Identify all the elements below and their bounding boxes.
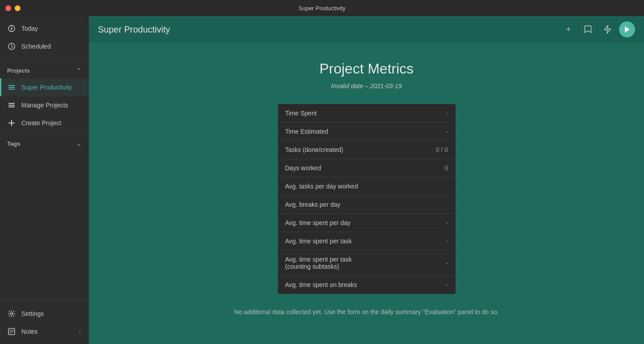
metrics-table: Time Spent-Time Estimated-Tasks (done/cr… xyxy=(278,104,456,294)
metrics-row: Avg. time spent per task (counting subta… xyxy=(278,250,455,276)
metrics-row-value: - xyxy=(421,128,448,135)
metrics-row-label: Avg. time spent per day xyxy=(285,219,351,226)
svg-rect-6 xyxy=(8,87,15,88)
titlebar-title: Super Productivity xyxy=(299,5,346,12)
tags-label: Tags xyxy=(7,140,20,147)
sidebar-item-manage-projects-label: Manage Projects xyxy=(21,102,68,109)
notes-download-icon[interactable]: ↓ xyxy=(78,328,81,335)
metrics-container: Project Metrics Invalid date – 2021-03-1… xyxy=(89,43,644,344)
metrics-note: No additional data collected yet. Use th… xyxy=(234,308,498,315)
metrics-row-label: Days worked xyxy=(285,164,321,172)
sidebar-nav: Today Scheduled xyxy=(0,16,89,59)
metrics-row: Time Estimated- xyxy=(278,123,455,141)
metrics-row-value: - xyxy=(421,281,448,288)
metrics-row: Avg. time spent per task- xyxy=(278,232,455,250)
metrics-row-label: Avg. time spent per task (counting subta… xyxy=(285,256,352,270)
sidebar-item-super-productivity-label: Super Productivity xyxy=(21,84,72,91)
metrics-row-value: 0 xyxy=(421,164,448,172)
app-body: Today Scheduled Projects ⌃ xyxy=(0,16,644,344)
projects-chevron-icon[interactable]: ⌃ xyxy=(77,67,81,74)
svg-point-13 xyxy=(11,313,13,315)
minimize-button[interactable] xyxy=(15,5,20,11)
metrics-row-label: Time Estimated xyxy=(285,128,328,135)
sidebar-item-create-project-label: Create Project xyxy=(21,119,61,127)
sidebar-bottom: Settings Notes ↓ xyxy=(0,301,89,344)
metrics-row-value: - xyxy=(421,219,448,226)
projects-label: Projects xyxy=(7,67,30,74)
metrics-row: Days worked0 xyxy=(278,159,455,177)
sidebar-item-settings[interactable]: Settings xyxy=(0,305,89,323)
metrics-row-label: Time Spent xyxy=(285,110,317,117)
sidebar-item-create-project[interactable]: Create Project xyxy=(0,114,89,132)
project-icon xyxy=(7,83,16,92)
sidebar: Today Scheduled Projects ⌃ xyxy=(0,16,89,344)
sidebar-item-scheduled[interactable]: Scheduled xyxy=(0,37,89,55)
sidebar-item-settings-label: Settings xyxy=(21,310,44,317)
metrics-row-value: 0 / 0 xyxy=(421,146,448,153)
metrics-row-value: - xyxy=(421,110,448,117)
metrics-row-value: - xyxy=(421,238,448,245)
metrics-row-label: Avg. breaks per day xyxy=(285,201,340,208)
metrics-row: Avg. time spent on breaks- xyxy=(278,276,455,294)
metrics-row: Avg. breaks per day xyxy=(278,196,455,214)
svg-rect-5 xyxy=(8,85,15,86)
scheduled-icon xyxy=(7,42,16,51)
create-project-icon xyxy=(7,119,16,127)
sidebar-item-manage-projects[interactable]: Manage Projects xyxy=(0,96,89,114)
sidebar-divider-1 xyxy=(0,61,89,61)
tags-section-header: Tags ⌄ xyxy=(0,136,89,152)
sidebar-item-super-productivity[interactable]: Super Productivity xyxy=(0,78,89,96)
metrics-date-range: Invalid date – 2021-03-19 xyxy=(331,82,402,90)
settings-icon xyxy=(7,309,16,318)
metrics-row: Avg. time spent per day- xyxy=(278,214,455,232)
header-actions: + xyxy=(560,21,635,37)
metrics-row-value: - xyxy=(421,259,448,266)
play-button[interactable] xyxy=(619,21,635,37)
projects-section-header: Projects ⌃ xyxy=(0,63,89,78)
close-button[interactable] xyxy=(5,5,11,11)
svg-rect-7 xyxy=(8,89,15,90)
sidebar-item-today[interactable]: Today xyxy=(0,20,89,37)
metrics-row-label: Avg. tasks per day worked xyxy=(285,183,358,190)
tags-chevron-icon[interactable]: ⌄ xyxy=(77,140,81,147)
titlebar: Super Productivity xyxy=(0,0,644,16)
metrics-title: Project Metrics xyxy=(320,61,414,77)
svg-rect-9 xyxy=(8,105,15,106)
manage-projects-icon xyxy=(7,101,16,110)
main-header: Super Productivity + xyxy=(89,16,644,43)
sidebar-divider-2 xyxy=(0,134,89,134)
sidebar-item-scheduled-label: Scheduled xyxy=(21,43,51,50)
bookmark-button[interactable] xyxy=(580,21,596,37)
sidebar-item-notes-label: Notes xyxy=(21,328,38,335)
traffic-lights xyxy=(5,5,20,11)
metrics-row: Tasks (done/created)0 / 0 xyxy=(278,141,455,159)
add-button[interactable]: + xyxy=(560,21,576,37)
main-content: Super Productivity + xyxy=(89,16,644,344)
today-icon xyxy=(7,24,16,33)
lightning-button[interactable] xyxy=(599,21,616,37)
metrics-row-label: Avg. time spent on breaks xyxy=(285,281,357,288)
metrics-row: Time Spent- xyxy=(278,104,455,123)
notes-icon xyxy=(7,327,16,336)
svg-point-1 xyxy=(11,28,12,29)
sidebar-item-notes[interactable]: Notes ↓ xyxy=(0,323,89,340)
sidebar-divider-3 xyxy=(0,299,89,299)
metrics-row-label: Avg. time spent per task xyxy=(285,238,352,245)
sidebar-spacer xyxy=(0,152,89,297)
main-header-title: Super Productivity xyxy=(98,25,560,35)
metrics-row-label: Tasks (done/created) xyxy=(285,146,344,153)
svg-rect-8 xyxy=(8,103,15,104)
svg-rect-10 xyxy=(8,106,15,107)
metrics-row: Avg. tasks per day worked xyxy=(278,177,455,196)
sidebar-item-today-label: Today xyxy=(21,25,38,32)
